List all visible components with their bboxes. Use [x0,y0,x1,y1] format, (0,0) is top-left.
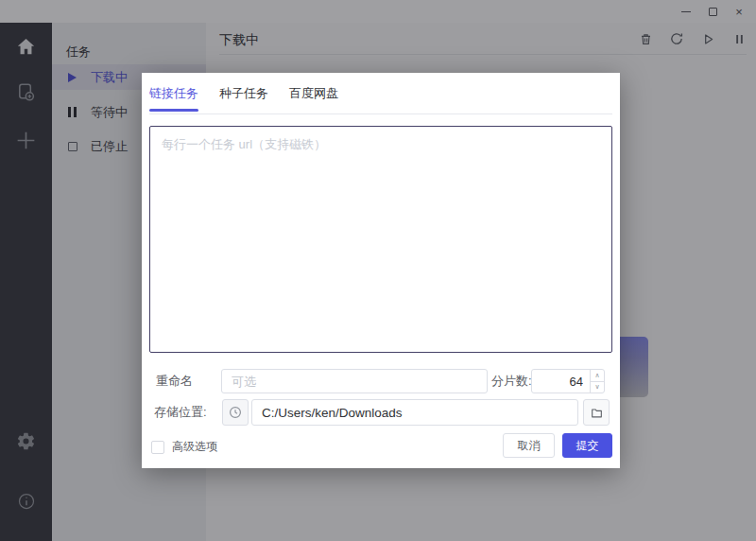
splits-stepper: ∧ ∨ [531,369,605,393]
clock-icon [229,406,242,419]
new-task-dialog: 链接任务 种子任务 百度网盘 重命名 分片数: ∧ ∨ 存储位置: 高级选项 取… [142,73,620,468]
stepper-up-icon[interactable]: ∧ [591,370,604,381]
history-locations-button[interactable] [222,399,249,426]
tab-torrent-task[interactable]: 种子任务 [219,73,268,113]
browse-folder-button[interactable] [583,399,610,426]
download-path-input[interactable] [251,399,578,426]
splits-label: 分片数: [491,369,532,393]
dialog-tabs: 链接任务 种子任务 百度网盘 [149,73,612,114]
task-url-textarea[interactable] [149,126,612,353]
tab-baidu-netdisk[interactable]: 百度网盘 [289,73,338,113]
advanced-options-checkbox[interactable] [151,441,164,454]
tab-link-task[interactable]: 链接任务 [149,73,198,113]
submit-button[interactable]: 提交 [562,433,612,458]
advanced-options-toggle[interactable]: 高级选项 [151,439,217,455]
app-window: × 任务 下载中 等待 [0,0,756,541]
cancel-button[interactable]: 取消 [503,433,555,458]
rename-input[interactable] [221,369,488,393]
stepper-down-icon[interactable]: ∨ [591,381,604,393]
location-label: 存储位置: [154,400,207,425]
advanced-options-label: 高级选项 [172,439,217,455]
rename-label: 重命名 [156,369,193,393]
folder-icon [591,407,603,419]
stepper-buttons: ∧ ∨ [590,370,604,393]
